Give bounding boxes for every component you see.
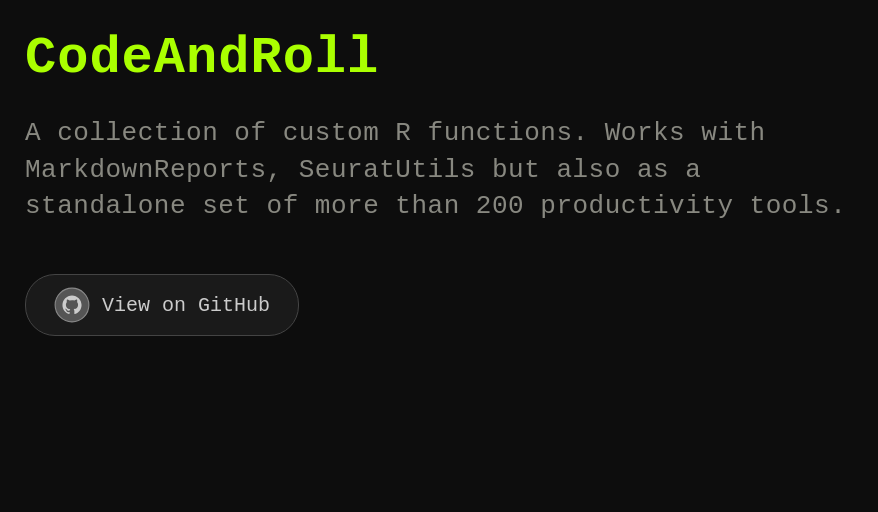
page-description: A collection of custom R functions. Work… (25, 115, 853, 224)
view-on-github-button[interactable]: View on GitHub (25, 274, 299, 336)
svg-point-0 (55, 288, 89, 322)
github-button-label: View on GitHub (102, 294, 270, 317)
page-title: CodeAndRoll (25, 30, 853, 87)
github-icon (54, 287, 90, 323)
